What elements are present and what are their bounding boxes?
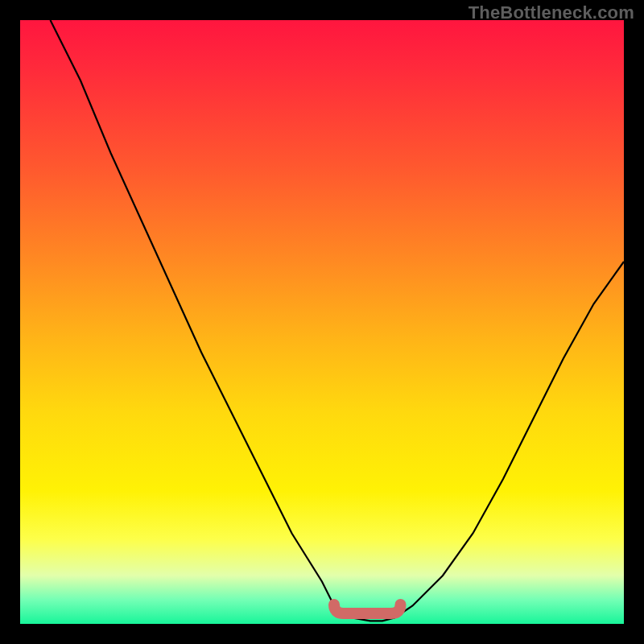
watermark-text: TheBottleneck.com (469, 2, 634, 23)
curve-layer (20, 20, 624, 624)
plot-area (20, 20, 624, 624)
bottleneck-curve-line (51, 20, 625, 621)
optimal-range-marker (334, 605, 401, 613)
chart-frame: TheBottleneck.com (0, 0, 644, 644)
